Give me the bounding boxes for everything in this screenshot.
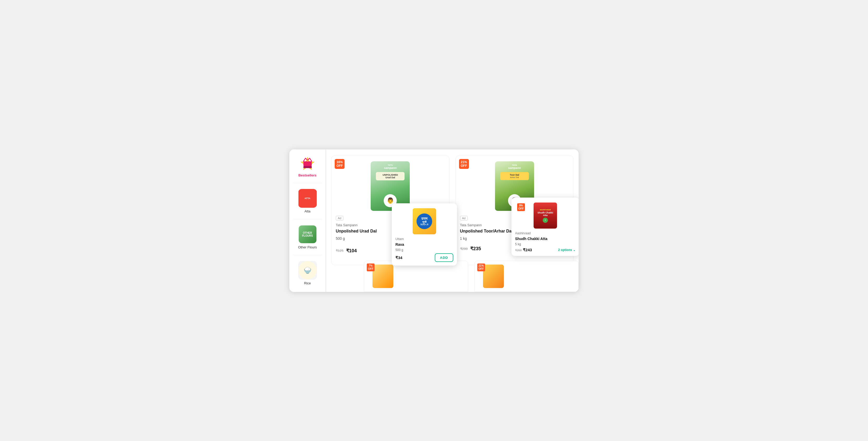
other-flours-icon: OTHER FLOURS [299,225,316,243]
aashirvaad-footer: ₹268 ₹243 2 options ⌄ [515,248,576,252]
urad-dal-content: UNPOLISHED Urad Dal [376,172,405,180]
app-container: Bestsellers ATTA Atta OTHER FLOURS Other… [289,149,579,292]
aashirvaad-image-container: 9%OFF aashirvaad Shudh Chakki Atta • [515,201,576,230]
sidebar-divider-1 [293,183,322,183]
toor-dal-price-curr: ₹235 [470,246,481,252]
aashirvaad-price-curr: ₹243 [523,248,532,252]
popup-uttam: उत्तम सूजी SOO-JI Uttam Rava 500 g ₹34 A… [392,203,457,265]
atta-icon: ATTA [299,189,317,208]
aashirvaad-price-orig: ₹268 [515,249,522,252]
aashirvaad-options-label: 2 options [558,248,572,252]
tata-logo: TATA sampann [384,164,397,169]
uttam-text: उत्तम सूजी SOO-JI [421,217,429,226]
aashirvaad-weight: 5 kg [515,242,576,246]
sidebar-item-other-flours[interactable]: OTHER FLOURS Other Flours [289,222,326,252]
toor-dal-content: Toor Dal Arhar Dal [500,172,529,180]
toor-dal-price-orig: ₹299 [460,247,468,251]
atta-label: Atta [305,209,310,213]
uttam-brand: Uttam [396,237,453,241]
other-flours-icon-wrap: OTHER FLOURS [298,225,317,244]
popup-aashirvaad: 9%OFF aashirvaad Shudh Chakki Atta • Aas… [512,197,579,256]
aashirvaad-discount-badge: 9%OFF [517,203,525,211]
bottom-right-bag [483,264,504,288]
urad-dal-price-curr: ₹104 [346,248,357,254]
bestsellers-star-icon [300,156,315,172]
aashirvaad-price-group: ₹268 ₹243 [515,248,532,252]
bestsellers-label: Bestsellers [299,173,316,177]
uttam-weight: 500 g [396,248,453,252]
bottom-card-right: 21%OFF [474,261,579,292]
rice-icon: 🍚 [299,261,317,279]
urad-dal-price-row: ₹125 ₹104 [336,248,357,254]
sidebar-divider-2 [293,219,322,219]
rice-icon-wrap: 🍚 [298,261,317,280]
toor-dal-discount-badge: 21%OFF [459,159,469,169]
main-content: 16%OFF TATA sampann UNPOLISHED Urad Dal … [326,149,579,292]
uttam-circle: उत्तम सूजी SOO-JI [416,214,432,229]
aashirvaad-bag: aashirvaad Shudh Chakki Atta • [534,202,557,228]
bottom-left-bag [372,264,393,288]
atta-icon-wrap: ATTA [298,189,317,208]
urad-dal-price-orig: ₹125 [336,249,344,253]
sidebar: Bestsellers ATTA Atta OTHER FLOURS Other… [289,149,326,292]
other-flours-label: Other Flours [298,245,317,249]
sidebar-item-bestsellers[interactable]: Bestsellers [289,154,326,180]
rice-label: Rice [304,281,311,285]
uttam-footer: ₹34 ADD [396,253,453,262]
toor-dal-ad-tag: Ad [460,216,468,220]
toor-dal-price-row: ₹299 ₹235 [460,246,481,252]
svg-rect-2 [303,161,312,166]
uttam-product-name: Rava [396,242,453,247]
chevron-down-icon: ⌄ [573,248,576,252]
sidebar-item-atta[interactable]: ATTA Atta [289,186,326,216]
uttam-price: ₹34 [396,255,402,260]
urad-dal-discount-badge: 16%OFF [335,159,345,169]
uttam-image-wrap: उत्तम सूजी SOO-JI [396,207,453,235]
uttam-add-button[interactable]: ADD [435,253,453,262]
green-dot: • [543,218,548,223]
sidebar-item-rice[interactable]: 🍚 Rice [289,258,326,288]
aashirvaad-product-name: Shudh Chakki Atta [515,237,576,241]
aashirvaad-brand: Aashirvaad [515,231,576,235]
urad-dal-ad-tag: Ad [336,216,343,220]
uttam-bag-image: उत्तम सूजी SOO-JI [413,208,436,234]
tata-logo-2: TATA sampann [508,164,521,169]
svg-rect-3 [303,166,312,168]
aashirvaad-options-button[interactable]: 2 options ⌄ [558,248,576,252]
